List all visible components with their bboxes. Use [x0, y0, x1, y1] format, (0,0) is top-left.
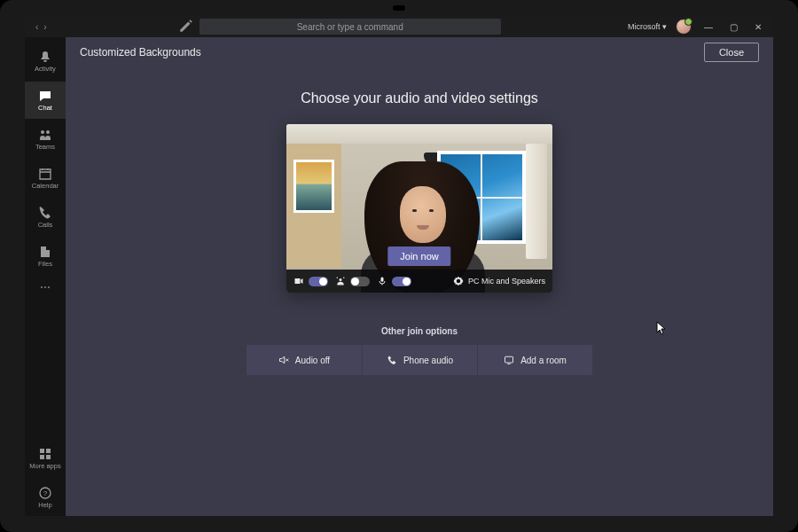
audio-off-button[interactable]: Audio off [246, 345, 362, 375]
preview-background [286, 124, 552, 293]
add-room-button[interactable]: Add a room [477, 345, 592, 375]
file-icon [38, 245, 52, 259]
camera-toggle[interactable] [309, 277, 328, 286]
background-toggle[interactable] [350, 277, 370, 286]
help-icon: ? [38, 486, 52, 500]
svg-text:?: ? [43, 489, 48, 497]
opt-label: Phone audio [403, 356, 453, 365]
chat-icon [38, 89, 52, 103]
rail-activity[interactable]: Activity [25, 43, 66, 80]
rail-teams[interactable]: Teams [25, 121, 66, 158]
rail-label: Activity [35, 66, 56, 73]
org-switcher[interactable]: Microsoft ▾ [628, 22, 667, 31]
person-face [400, 186, 446, 243]
rail-more[interactable]: ⋯ [25, 277, 66, 298]
svg-point-0 [41, 130, 44, 134]
painting-decor [293, 160, 334, 213]
window-minimize-icon[interactable]: — [700, 22, 716, 32]
rail-label: Files [38, 261, 52, 268]
gear-icon [453, 276, 464, 286]
device-bezel: ‹ › Search or type a command Microsoft ▾… [0, 0, 798, 532]
prejoin-screen: Customized Backgrounds Close Choose your… [66, 37, 773, 516]
svg-point-10 [343, 278, 345, 279]
rail-label: Calendar [32, 183, 59, 190]
stage-heading: Choose your audio and video settings [301, 90, 538, 106]
phone-icon [387, 355, 397, 365]
preview-controls: PC Mic and Speakers [286, 270, 552, 293]
opt-label: Add a room [520, 356, 567, 365]
compose-icon[interactable] [178, 18, 194, 35]
rail-chat[interactable]: Chat [25, 82, 66, 119]
apps-icon [38, 447, 52, 461]
page-title: Customized Backgrounds [80, 46, 201, 59]
rail-calendar[interactable]: Calendar [25, 160, 66, 197]
rail-label: Teams [35, 144, 55, 151]
mic-toggle[interactable] [392, 277, 411, 286]
phone-icon [38, 206, 52, 220]
svg-rect-5 [46, 455, 51, 459]
window-close-icon[interactable]: ✕ [750, 22, 766, 32]
curtain-decor [526, 144, 547, 259]
rail-calls[interactable]: Calls [25, 199, 66, 236]
room-icon [504, 355, 514, 365]
close-button[interactable]: Close [704, 43, 759, 62]
rail-files[interactable]: Files [25, 238, 66, 275]
rail-label: Chat [38, 105, 52, 112]
rail-label: Help [38, 502, 51, 509]
history-nav: ‹ › [28, 22, 54, 32]
svg-rect-11 [381, 278, 384, 282]
device-settings[interactable]: PC Mic and Speakers [453, 276, 545, 286]
rail-help[interactable]: ? Help [25, 479, 66, 516]
other-join-options: Other join options Audio off Phone audio [246, 326, 592, 375]
join-now-button[interactable]: Join now [387, 246, 450, 266]
nav-back-icon[interactable]: ‹ [35, 22, 38, 32]
ellipsis-icon: ⋯ [38, 280, 52, 294]
svg-rect-3 [46, 449, 51, 453]
device-camera [393, 5, 405, 11]
svg-rect-12 [505, 356, 513, 363]
speaker-off-icon [278, 355, 289, 365]
nav-forward-icon[interactable]: › [43, 22, 46, 32]
app-window: ‹ › Search or type a command Microsoft ▾… [25, 16, 773, 516]
rail-label: Calls [38, 222, 53, 229]
device-label: PC Mic and Speakers [468, 277, 545, 286]
opt-label: Audio off [295, 356, 330, 365]
rail-more-apps[interactable]: More apps [25, 440, 66, 477]
chevron-down-icon: ▾ [662, 22, 667, 31]
svg-rect-2 [40, 449, 44, 453]
calendar-icon [38, 167, 52, 181]
avatar[interactable] [676, 19, 692, 35]
stage: Choose your audio and video settings [66, 67, 773, 516]
background-blur-icon [335, 276, 346, 286]
svg-point-1 [46, 130, 50, 134]
content-header: Customized Backgrounds Close [66, 37, 773, 67]
other-title: Other join options [246, 326, 592, 336]
teams-icon [38, 128, 52, 142]
window-maximize-icon[interactable]: ▢ [725, 22, 741, 32]
mic-icon [377, 276, 387, 286]
svg-point-9 [337, 278, 339, 279]
svg-point-8 [340, 278, 342, 281]
camera-icon [293, 276, 304, 286]
bell-icon [38, 50, 52, 64]
video-preview: Join now [286, 124, 552, 293]
app-rail: Activity Chat Teams Calendar Calls [25, 37, 66, 516]
svg-rect-4 [40, 455, 44, 459]
rail-label: More apps [29, 463, 60, 470]
titlebar: ‹ › Search or type a command Microsoft ▾… [25, 16, 773, 37]
search-input[interactable]: Search or type a command [200, 19, 501, 35]
phone-audio-button[interactable]: Phone audio [362, 345, 477, 375]
